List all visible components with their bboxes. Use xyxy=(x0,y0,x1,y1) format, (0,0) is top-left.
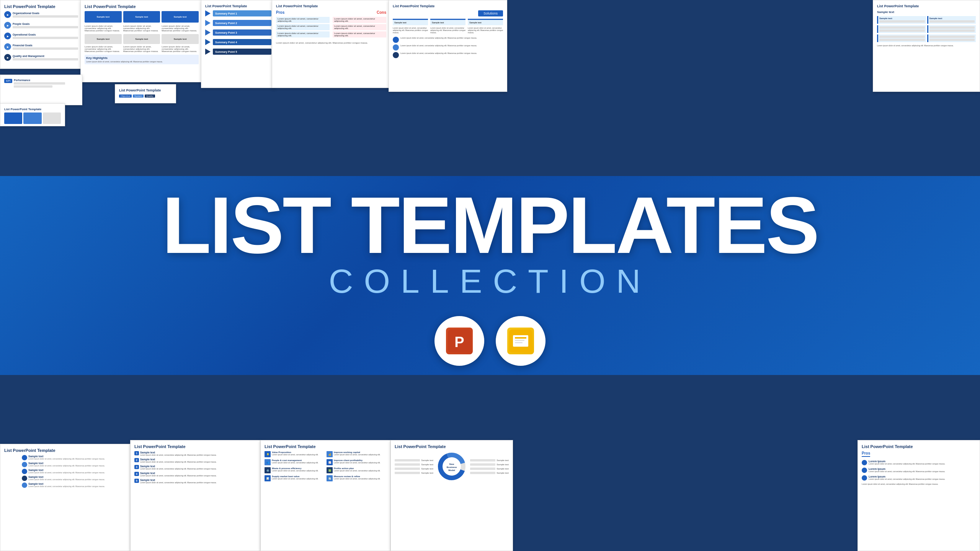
svg-text:New: New xyxy=(449,463,454,465)
template-thumb-bottom-1: List PowerPoint Template Lorem Ipsum Sam… xyxy=(0,444,130,551)
svg-text:Model: Model xyxy=(448,469,455,471)
powerpoint-icon: P xyxy=(434,316,484,366)
svg-rect-10 xyxy=(515,337,526,339)
template-thumb-bottom-5: List PowerPoint Template Pros Lorem Ipsu… xyxy=(858,440,980,551)
template-thumb-5: KPI Performance xyxy=(0,75,82,105)
goal-item-5: ▶ Quality and Management xyxy=(4,54,78,61)
template-thumb-bottom-4: List PowerPoint Template Sample text Sam… xyxy=(390,440,513,551)
tmpl3-title: List PowerPoint Template xyxy=(205,4,271,8)
template-thumb-7: List PowerPoint Template Sample text Sam… xyxy=(873,0,980,92)
goal-item-3: ▶ Operational Goals xyxy=(4,33,78,39)
template-thumb-6: List PowerPoint Template Solutions Sampl… xyxy=(389,0,507,92)
svg-rect-11 xyxy=(515,340,524,341)
svg-rect-12 xyxy=(515,342,523,343)
template-thumb-bottom-2: List PowerPoint Template 1 Sample textLo… xyxy=(130,440,260,551)
main-title: LIST TEMPLATES xyxy=(162,185,818,266)
google-slides-icon xyxy=(496,316,546,366)
tmpl2-title: List PowerPoint Template xyxy=(85,4,199,9)
summary-4: Summary Point 4 xyxy=(205,39,271,45)
app-icons-row: P xyxy=(434,316,546,366)
center-banner: LIST TEMPLATES COLLECTION P xyxy=(0,176,980,375)
svg-text:Business: Business xyxy=(447,466,457,468)
goal-item-2: ▶ People Goals xyxy=(4,22,78,29)
template-thumb-1: List PowerPoint Template ▶ Organizationa… xyxy=(0,0,82,69)
template-thumb-4: List PowerPoint Template Pros Cons Lorem… xyxy=(272,0,390,88)
goal-item-4: ▶ Financial Goals xyxy=(4,43,78,50)
sub-title: COLLECTION xyxy=(329,262,651,301)
summary-3: Summary Point 3 xyxy=(205,29,271,36)
template-thumb-row2-mid: List PowerPoint Template Objective Syste… xyxy=(115,84,176,103)
tmpl1-title: List PowerPoint Template xyxy=(4,4,78,9)
summary-1: Summary Point 1 xyxy=(205,10,271,16)
goal-item-1: ▶ Organizational Goals xyxy=(4,11,78,18)
template-thumb-2: List PowerPoint Template Sample text Sam… xyxy=(80,0,203,82)
summary-5: Summary Point 5 xyxy=(205,49,271,55)
svg-text:P: P xyxy=(454,334,464,350)
summary-2: Summary Point 2 xyxy=(205,20,271,26)
template-thumb-bottom-3: List PowerPoint Template 💡 Value Proposi… xyxy=(260,440,390,551)
template-thumb-row2-a: List PowerPoint Template xyxy=(0,103,65,126)
template-thumb-3: List PowerPoint Template Summary Point 1… xyxy=(201,0,276,88)
